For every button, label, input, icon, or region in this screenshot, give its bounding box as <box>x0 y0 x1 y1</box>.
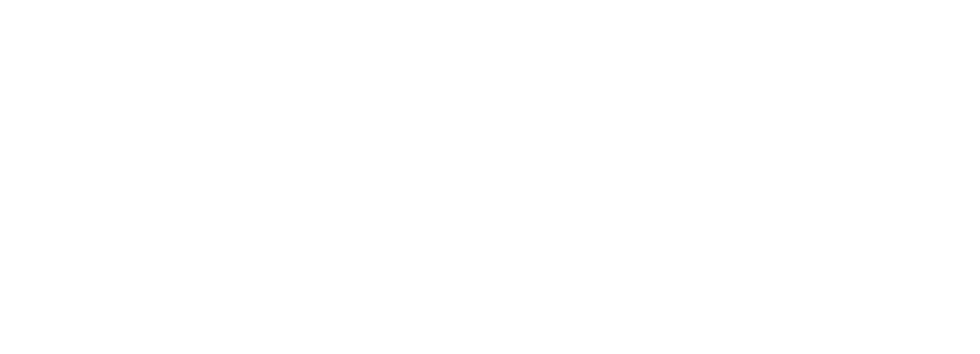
diagram-container <box>0 0 980 354</box>
connections-svg <box>0 0 980 354</box>
